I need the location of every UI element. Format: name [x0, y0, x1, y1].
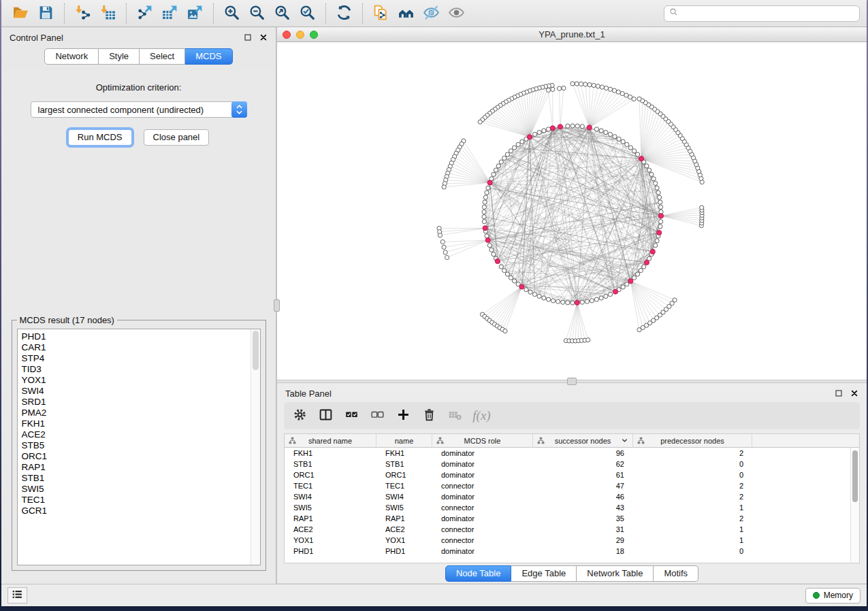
graph-node[interactable] [617, 137, 621, 141]
mcds-result-node[interactable]: PMA2 [22, 408, 251, 418]
task-history-button[interactable] [7, 587, 27, 604]
graph-leaf-node[interactable] [600, 85, 604, 89]
graph-node[interactable] [655, 186, 659, 190]
graph-leaf-node[interactable] [596, 84, 600, 88]
memory-button[interactable]: Memory [805, 588, 861, 604]
mcds-result-node[interactable]: SWI5 [22, 484, 251, 495]
graph-leaf-node[interactable] [442, 245, 446, 249]
graph-hub-node[interactable] [527, 135, 532, 139]
graph-node[interactable] [566, 301, 570, 305]
graph-hub-node[interactable] [644, 260, 649, 265]
graph-node[interactable] [489, 248, 494, 252]
graph-hub-node[interactable] [650, 249, 655, 254]
graph-node[interactable] [509, 149, 513, 153]
table-row[interactable]: ACE2ACE2connector311 [285, 524, 859, 535]
column-header-name[interactable]: name [376, 434, 432, 448]
graph-node[interactable] [658, 195, 662, 199]
mcds-result-node[interactable]: TID3 [22, 364, 251, 375]
table-scrollbar[interactable] [850, 448, 859, 563]
graph-hub-node[interactable] [628, 279, 633, 284]
mcds-result-node[interactable]: STB1 [22, 473, 251, 484]
graph-node[interactable] [632, 276, 637, 280]
zoom-out-button[interactable] [244, 3, 270, 24]
graph-node[interactable] [551, 299, 556, 303]
graph-node[interactable] [604, 294, 608, 298]
graph-hub-node[interactable] [658, 214, 663, 218]
graph-leaf-node[interactable] [551, 87, 555, 91]
column-header-shared-name[interactable]: shared name [285, 434, 376, 448]
graph-node[interactable] [487, 244, 492, 248]
graph-node[interactable] [509, 276, 513, 280]
column-header-successor-nodes[interactable]: successor nodes [533, 434, 633, 448]
graph-node[interactable] [628, 146, 632, 150]
table-row[interactable]: PHD1PHD1dominator180 [285, 546, 859, 557]
graph-leaf-node[interactable] [586, 338, 590, 342]
search-input[interactable] [682, 9, 854, 18]
mcds-result-node[interactable]: RAP1 [22, 462, 251, 473]
graph-leaf-node[interactable] [604, 86, 608, 90]
window-minimize-icon[interactable] [296, 31, 304, 39]
graph-node[interactable] [658, 225, 662, 229]
graph-leaf-node[interactable] [628, 95, 632, 99]
graph-node[interactable] [621, 139, 625, 144]
graph-node[interactable] [496, 164, 500, 168]
mcds-result-node[interactable]: STP4 [22, 353, 251, 364]
horizontal-splitter[interactable] [277, 380, 867, 383]
mcds-result-node[interactable]: ACE2 [22, 429, 251, 440]
graph-hub-node[interactable] [487, 180, 492, 185]
graph-leaf-node[interactable] [616, 90, 620, 94]
graph-node[interactable] [594, 127, 598, 131]
graph-node[interactable] [486, 186, 490, 190]
graph-node[interactable] [636, 152, 640, 156]
graph-node[interactable] [599, 296, 603, 300]
zoom-fit-button[interactable] [270, 3, 295, 24]
graph-node[interactable] [608, 132, 612, 136]
graph-node[interactable] [483, 200, 487, 204]
graph-node[interactable] [513, 279, 517, 283]
graph-node[interactable] [524, 288, 528, 292]
table-row[interactable]: YOX1YOX1connector291 [285, 535, 859, 546]
optimization-criterion-select[interactable]: largest connected component (undirected) [31, 101, 247, 118]
graph-hub-node[interactable] [495, 259, 500, 263]
delete-row-button[interactable] [419, 405, 440, 427]
graph-node[interactable] [590, 299, 594, 303]
hide-selected-button[interactable] [419, 3, 444, 24]
run-mcds-button[interactable]: Run MCDS [68, 129, 132, 146]
table-row[interactable]: SWI5SWI5connector431 [285, 502, 859, 513]
graph-hub-node[interactable] [657, 230, 662, 235]
graph-leaf-node[interactable] [438, 233, 442, 237]
graph-leaf-node[interactable] [608, 87, 612, 91]
import-network-button[interactable] [70, 3, 95, 24]
mcds-result-node[interactable]: SWI4 [22, 386, 251, 397]
search-box[interactable] [664, 5, 860, 22]
graph-leaf-node[interactable] [700, 205, 704, 210]
mcds-result-node[interactable]: FKH1 [22, 418, 251, 429]
graph-leaf-node[interactable] [583, 82, 588, 86]
graph-node[interactable] [604, 131, 608, 135]
graph-leaf-node[interactable] [637, 97, 641, 101]
mcds-result-list[interactable]: PHD1CAR1STP4TID3YOX1SWI4SRD1PMA2FKH1ACE2… [17, 329, 261, 565]
mcds-list-scrollbar-thumb[interactable] [253, 331, 259, 370]
graph-node[interactable] [659, 205, 663, 209]
graph-node[interactable] [632, 149, 637, 153]
deselect-all-button[interactable] [367, 405, 388, 427]
graph-node[interactable] [594, 297, 598, 301]
graph-node[interactable] [608, 293, 612, 297]
graph-node[interactable] [528, 290, 532, 294]
graph-node[interactable] [658, 200, 662, 204]
graph-leaf-node[interactable] [478, 120, 482, 124]
apply-layout-button[interactable] [332, 3, 357, 24]
graph-node[interactable] [625, 282, 629, 286]
graph-hub-node[interactable] [519, 284, 524, 289]
graph-node[interactable] [485, 191, 489, 195]
show-all-button[interactable] [444, 3, 469, 24]
table-row[interactable]: STB1STB1dominator620 [285, 459, 859, 469]
graph-hub-node[interactable] [485, 237, 490, 242]
graph-node[interactable] [502, 156, 507, 160]
tab-style[interactable]: Style [99, 48, 140, 65]
clone-network-button[interactable] [368, 3, 393, 24]
graph-node[interactable] [483, 195, 487, 199]
graph-node[interactable] [585, 299, 589, 303]
graph-node[interactable] [599, 129, 603, 133]
graph-node[interactable] [659, 220, 663, 224]
